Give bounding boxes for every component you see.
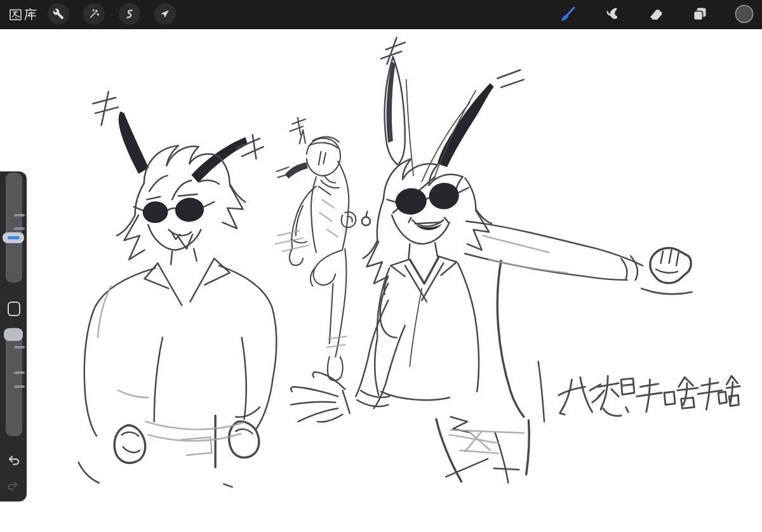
handwriting-text xyxy=(559,376,740,416)
color-well-button[interactable] xyxy=(735,4,754,23)
opacity-handle[interactable] xyxy=(4,328,23,341)
modify-button[interactable] xyxy=(8,302,20,316)
adjustments-button[interactable] xyxy=(83,3,105,25)
smudge-tool-button[interactable] xyxy=(603,4,622,23)
selection-button[interactable] xyxy=(119,3,140,25)
left-character xyxy=(79,91,277,487)
top-toolbar: 图库 xyxy=(0,0,762,30)
sketch-artwork xyxy=(0,29,762,532)
brush-tool-button[interactable] xyxy=(558,4,577,23)
slider-tick xyxy=(14,227,25,230)
color-well-icon xyxy=(735,4,754,24)
gallery-label-glyphs xyxy=(10,8,37,22)
brush-size-slider[interactable] xyxy=(6,173,22,283)
slider-tick xyxy=(14,214,25,216)
sidebar-sliders xyxy=(0,171,27,502)
layers-icon xyxy=(692,6,708,22)
transform-button[interactable] xyxy=(154,3,176,25)
layers-button[interactable] xyxy=(690,4,709,23)
drawing-canvas[interactable]: 我想干啥干啥 xyxy=(0,29,762,532)
procreate-app-window: 图库 xyxy=(0,0,762,532)
wrench-icon xyxy=(53,8,64,20)
undo-button[interactable] xyxy=(6,453,20,467)
magic-wand-icon xyxy=(88,8,100,20)
transform-arrow-icon xyxy=(159,8,171,20)
selection-s-icon xyxy=(124,8,135,20)
undo-arrow-icon xyxy=(6,453,20,467)
redo-button[interactable] xyxy=(7,479,20,492)
brush-size-handle[interactable] xyxy=(3,232,24,243)
actions-button[interactable] xyxy=(48,3,69,25)
slider-tick xyxy=(14,371,25,374)
handle-accent-bar xyxy=(8,236,20,239)
right-character xyxy=(291,37,692,482)
middle-character xyxy=(276,117,356,380)
gallery-button[interactable]: 图库 xyxy=(10,8,37,22)
smudge-finger-icon xyxy=(605,6,621,22)
slider-tick xyxy=(14,385,25,388)
slider-tick xyxy=(14,346,25,349)
eraser-icon xyxy=(648,6,664,22)
redo-arrow-icon xyxy=(7,479,20,492)
eraser-tool-button[interactable] xyxy=(646,4,665,23)
opacity-slider[interactable] xyxy=(6,328,22,436)
paint-brush-icon xyxy=(559,5,577,23)
